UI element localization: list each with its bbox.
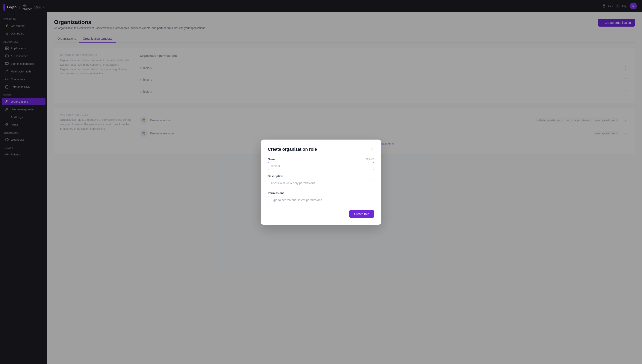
create-role-button[interactable]: Create role <box>349 210 374 218</box>
form-group-name: Name Required <box>268 158 374 170</box>
form-group-description: Description <box>268 174 374 187</box>
modal-title: Create organization role <box>268 147 317 152</box>
permissions-label: Permissions <box>268 192 284 195</box>
modal-overlay[interactable]: Create organization role × Name Required… <box>0 0 642 364</box>
modal-header: Create organization role × <box>268 146 374 152</box>
form-label-row-desc: Description <box>268 174 374 178</box>
name-input[interactable] <box>268 162 374 170</box>
required-badge: Required <box>364 158 374 160</box>
modal-footer: Create role <box>268 210 374 218</box>
description-input[interactable] <box>268 179 374 187</box>
modal-close-button[interactable]: × <box>370 146 374 152</box>
create-org-role-modal: Create organization role × Name Required… <box>261 140 381 225</box>
description-label: Description <box>268 174 283 178</box>
form-label-row-perms: Permissions <box>268 192 374 195</box>
name-label: Name <box>268 158 275 161</box>
permissions-input[interactable] <box>268 196 374 204</box>
form-group-permissions: Permissions <box>268 192 374 204</box>
form-label-row-name: Name Required <box>268 158 374 161</box>
